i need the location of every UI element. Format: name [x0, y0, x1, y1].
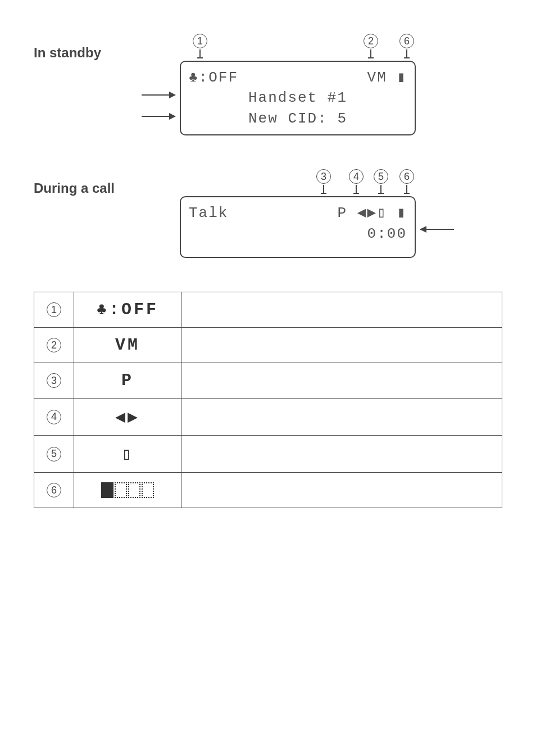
legend-desc-2: [181, 328, 502, 363]
callout-6: 6: [399, 34, 414, 58]
table-row: 1 ♣:OFF: [34, 292, 502, 328]
lcd-standby: ♣:OFFVM ▮ Handset #1 New CID: 5: [180, 61, 416, 135]
table-row: 6: [34, 473, 502, 508]
legend-sym-2: VM: [74, 328, 181, 363]
heading-call: During a call: [34, 169, 180, 196]
table-row: 4 ◀▶: [34, 399, 502, 436]
legend-table: 1 ♣:OFF 2 VM 3 P 4 ◀▶ 5 ▯ 6: [34, 292, 502, 508]
legend-desc-4: [181, 399, 502, 436]
callout-6b: 6: [399, 169, 414, 194]
legend-sym-6: [74, 473, 181, 508]
legend-num-3: 3: [47, 373, 61, 388]
callout-1: 1: [193, 34, 207, 58]
legend-sym-4: ◀▶: [74, 399, 181, 436]
section-standby: In standby 1 2 6 ♣:OFFVM ▮ Handset #1 Ne…: [34, 34, 502, 135]
legend-num-5: 5: [47, 447, 61, 461]
legend-sym-1: ♣:OFF: [74, 292, 181, 328]
table-row: 5 ▯: [34, 436, 502, 473]
lcd-call-line1: TalkP ◀▶▯ ▮: [189, 203, 407, 223]
callout-5: 5: [374, 169, 388, 194]
legend-desc-6: [181, 473, 502, 508]
legend-num-4: 4: [47, 410, 61, 424]
diagram-standby: 1 2 6 ♣:OFFVM ▮ Handset #1 New CID: 5: [180, 34, 416, 135]
legend-num-6: 6: [47, 483, 61, 497]
legend-desc-3: [181, 363, 502, 399]
legend-desc-5: [181, 436, 502, 473]
legend-desc-1: [181, 292, 502, 328]
table-row: 3 P: [34, 363, 502, 399]
lcd-standby-line2: Handset #1: [189, 88, 407, 108]
callout-4: 4: [349, 169, 364, 194]
battery-icon: [101, 481, 155, 500]
lcd-standby-line3: New CID: 5: [189, 108, 407, 129]
arrow-line2: [142, 94, 175, 96]
legend-num-1: 1: [47, 302, 61, 317]
legend-num-2: 2: [47, 338, 61, 352]
heading-standby: In standby: [34, 34, 180, 61]
lcd-call: TalkP ◀▶▯ ▮ 0:00: [180, 196, 416, 258]
lcd-call-line2: 0:00: [189, 224, 407, 244]
callout-2: 2: [364, 34, 378, 58]
table-row: 2 VM: [34, 328, 502, 363]
arrow-timer: [420, 229, 454, 230]
callout-3: 3: [316, 169, 331, 194]
legend-sym-3: P: [74, 363, 181, 399]
legend-sym-5: ▯: [74, 436, 181, 473]
callouts-standby: 1 2 6: [180, 34, 416, 61]
callouts-call: 3 4 5 6: [180, 169, 416, 196]
section-call: During a call 3 4 5 6 TalkP ◀▶▯ ▮ 0:00: [34, 169, 502, 258]
arrow-line3: [142, 116, 175, 117]
lcd-standby-line1: ♣:OFFVM ▮: [189, 67, 407, 88]
diagram-call: 3 4 5 6 TalkP ◀▶▯ ▮ 0:00: [180, 169, 416, 258]
